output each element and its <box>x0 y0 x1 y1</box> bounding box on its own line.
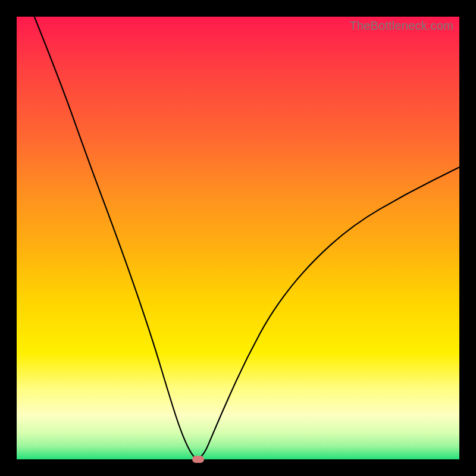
minimum-marker <box>192 456 204 463</box>
chart-frame: TheBottleneck.com <box>0 0 476 476</box>
bottleneck-curve <box>17 17 459 459</box>
plot-area: TheBottleneck.com <box>17 17 459 459</box>
